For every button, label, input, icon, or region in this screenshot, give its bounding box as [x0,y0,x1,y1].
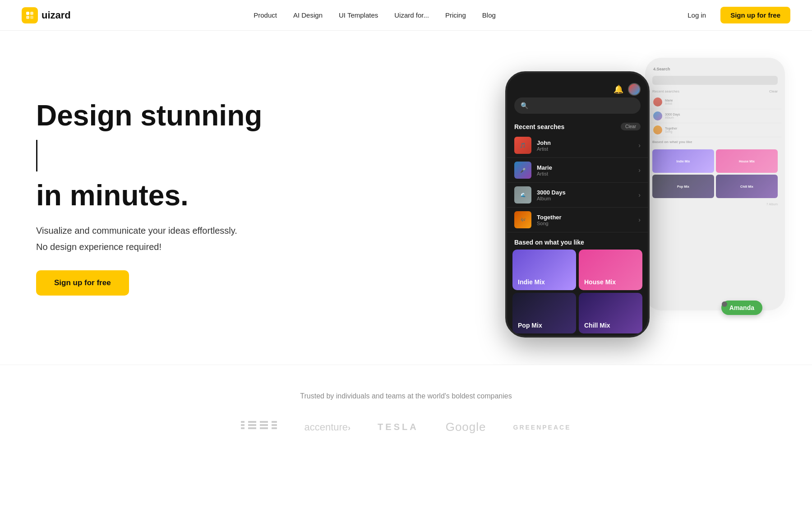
tile-chill-mix[interactable]: Chill Mix [579,293,642,333]
item-name-together: Together [537,214,638,221]
avatar-john: 🎵 [514,137,531,154]
signup-button-nav[interactable]: Sign up for free [720,7,790,23]
phone-main: 🔔 🔍 Recent searches Clear 🎵 John [505,71,650,338]
bg-item-1: MarieArtist [649,95,781,109]
hero-subtitle2: No design experience required! [36,242,262,252]
navbar: uizard Product AI Design UI Templates Ui… [0,0,812,31]
nav-actions: Log in Sign up for free [678,7,790,23]
bg-avatar-1 [653,97,662,106]
item-sub-john: Artist [537,146,638,152]
chevron-marie-icon: › [638,167,641,174]
avatar-3000days: 🌊 [514,186,531,204]
bg-tile-indie: Indie Mix [652,149,714,173]
logos-row: accenture› TESLA Google GREENPEACE [36,418,776,436]
nav-link-blog[interactable]: Blog [475,8,503,23]
profile-avatar-icon [628,83,641,96]
search-icon: 🔍 [521,102,528,109]
item-info-together: Together Song [531,214,638,226]
logo-greenpeace: GREENPEACE [513,424,571,431]
item-sub-marie: Artist [537,171,638,176]
bg-text-1: MarieArtist [665,99,673,105]
bg-search-bar [652,76,778,85]
tile-pop-label: Pop Mix [518,322,542,329]
nav-link-ui-templates[interactable]: UI Templates [332,8,385,23]
phone-search-bar[interactable]: 🔍 [514,97,641,114]
clear-button[interactable]: Clear [621,123,641,130]
search-item-3000days[interactable]: 🌊 3000 Days Album › [507,183,648,208]
bg-recent-label: Recent searches [652,89,679,93]
item-sub-together: Song [537,221,638,226]
bg-avatar-2 [653,111,662,120]
svg-rect-3 [30,16,33,19]
logo-tesla: TESLA [378,422,419,432]
hero-title-line2: in minutes. [36,180,262,211]
item-name-marie: Marie [537,164,638,171]
item-info-john: John Artist [531,139,638,152]
search-item-marie[interactable]: 🎤 Marie Artist › [507,158,648,183]
phone-background: 4.Search Recent searches Clear MarieArti… [645,58,785,310]
logo-ibm [241,418,277,436]
hero-section: Design stunning in minutes. Visualize an… [0,31,812,365]
logo-link[interactable]: uizard [22,7,71,23]
nav-links: Product AI Design UI Templates Uizard fo… [246,8,503,23]
hero-left: Design stunning in minutes. Visualize an… [36,100,262,296]
bg-text-3: TogetherSong [665,127,677,133]
tile-pop-mix[interactable]: Pop Mix [512,293,576,333]
hero-signup-button[interactable]: Sign up for free [36,270,129,296]
hero-title-line1: Design stunning [36,100,262,131]
search-item-together[interactable]: 🎶 Together Song › [507,208,648,232]
search-item-john[interactable]: 🎵 John Artist › [507,133,648,158]
item-name-3000days: 3000 Days [537,189,638,196]
bg-album-label: 7 Album [649,201,781,208]
bg-avatar-3 [653,125,662,134]
phone-main-inner: 🔔 🔍 Recent searches Clear 🎵 John [507,73,648,338]
item-sub-3000days: Album [537,196,638,201]
chevron-3000days-icon: › [638,191,641,199]
nav-link-uizard-for[interactable]: Uizard for... [387,8,436,23]
trusted-section: Trusted by individuals and teams at the … [0,365,812,463]
bg-tile-chill: Chill Mix [716,175,778,198]
avatar-together: 🎶 [514,211,531,228]
logo-icon [22,7,38,23]
login-button[interactable]: Log in [678,7,715,23]
svg-rect-8 [256,421,260,429]
bg-label: 4.Search [649,63,781,73]
tile-house-mix[interactable]: House Mix [579,250,642,290]
bg-text-2: 3000 DaysAlbum [665,113,680,119]
nav-link-product[interactable]: Product [246,8,284,23]
cursor-dot [722,301,727,307]
logo-google: Google [446,420,486,434]
amanda-cursor-label: Amanda [721,301,762,315]
item-name-john: John [537,139,638,146]
svg-rect-2 [26,16,29,19]
bg-music-grid: Indie Mix House Mix Pop Mix Chill Mix [649,147,781,201]
bg-tile-house: House Mix [716,149,778,173]
nav-link-pricing[interactable]: Pricing [438,8,473,23]
notification-icon: 🔔 [614,84,623,94]
hero-subtitle1: Visualize and communicate your ideas eff… [36,224,262,237]
chevron-together-icon: › [638,216,641,223]
logo-text: uizard [42,9,71,21]
svg-rect-0 [26,12,29,15]
tile-indie-mix[interactable]: Indie Mix [512,250,576,290]
logo-accenture: accenture› [304,421,351,433]
based-section-header: Based on what you like [507,232,648,250]
svg-rect-9 [268,421,272,429]
tile-indie-label: Indie Mix [518,278,545,286]
bg-clear-label: Clear [769,89,778,93]
item-info-3000days: 3000 Days Album [531,189,638,201]
bg-item-3: TogetherSong [649,123,781,137]
bg-item-2: 3000 DaysAlbum [649,109,781,123]
music-grid: Indie Mix House Mix Pop Mix Chill Mix [507,250,648,338]
bg-tile-pop: Pop Mix [652,175,714,198]
recent-searches-title: Recent searches [514,123,564,130]
tile-house-label: House Mix [584,278,616,286]
nav-link-ai-design[interactable]: AI Design [286,8,330,23]
bg-based-label: Based on what you like [649,137,781,147]
hero-right: 4.Search Recent searches Clear MarieArti… [505,58,776,338]
item-info-marie: Marie Artist [531,164,638,176]
svg-rect-7 [245,421,248,429]
svg-rect-1 [30,12,33,15]
hero-divider [36,140,37,171]
tile-chill-label: Chill Mix [584,322,610,329]
